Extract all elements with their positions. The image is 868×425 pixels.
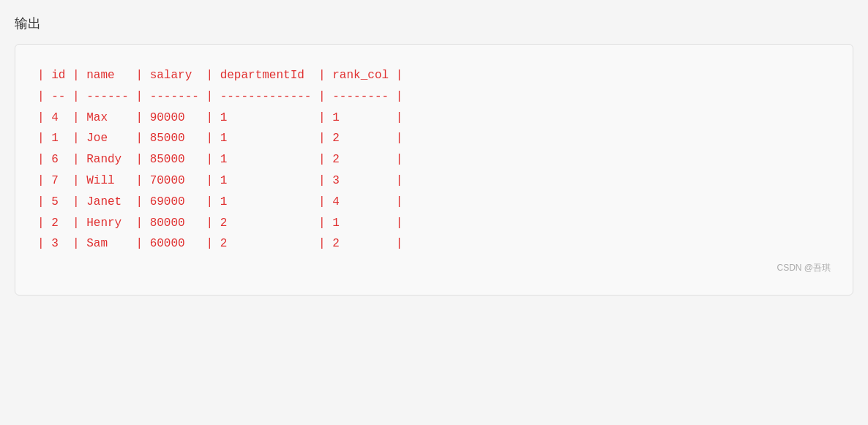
table-row: | 4 | Max | 90000 | 1 | 1 | (37, 108, 831, 129)
table-row: | 1 | Joe | 85000 | 1 | 2 | (37, 128, 831, 149)
table-row: | 7 | Will | 70000 | 1 | 3 | (37, 170, 831, 192)
table-separator-row: | -- | ------ | ------- | ------------- … (37, 86, 831, 108)
table-row: | 2 | Henry | 80000 | 2 | 1 | (37, 213, 831, 234)
table-header-row: | id | name | salary | departmentId | ra… (37, 65, 831, 86)
table-row: | 5 | Janet | 69000 | 1 | 4 | (37, 192, 831, 213)
watermark: CSDN @吾琪 (37, 262, 831, 274)
output-container: | id | name | salary | departmentId | ra… (15, 44, 853, 296)
table-row: | 3 | Sam | 60000 | 2 | 2 | (37, 233, 831, 255)
page-title: 输出 (15, 15, 853, 32)
table-wrapper: | id | name | salary | departmentId | ra… (37, 65, 831, 255)
table-row: | 6 | Randy | 85000 | 1 | 2 | (37, 149, 831, 170)
